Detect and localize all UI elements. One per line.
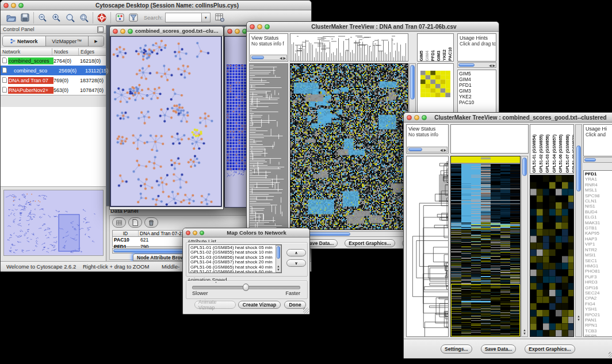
close-icon[interactable]: [250, 24, 255, 29]
tab-network[interactable]: Network: [3, 36, 46, 46]
delete-attribute-icon[interactable]: [144, 217, 158, 228]
slider-thumb[interactable]: [243, 283, 249, 291]
minimize-icon[interactable]: [235, 29, 240, 34]
close-icon[interactable]: [3, 3, 9, 8]
tv2-global-vscrollbar[interactable]: ▲▼: [521, 156, 528, 337]
tv2-right-vscrollbar[interactable]: ▲▼: [575, 124, 582, 337]
minimize-icon[interactable]: [414, 115, 419, 120]
gene-label[interactable]: MSL1: [585, 187, 611, 193]
gene-label[interactable]: SEC24: [585, 290, 611, 296]
minimize-icon[interactable]: [193, 231, 197, 235]
gene-label[interactable]: PHO81: [585, 269, 611, 274]
attribute-listbox[interactable]: GPL51-01 (GSM854) heat shock 05 minGPL51…: [189, 244, 282, 273]
scroll-arrows[interactable]: ◀ ▶: [280, 56, 286, 60]
close-icon[interactable]: [227, 29, 232, 34]
minimize-icon[interactable]: [257, 24, 262, 29]
gene-label[interactable]: RNR4: [585, 182, 611, 187]
gene-label[interactable]: TCB3: [585, 328, 611, 334]
minimize-icon[interactable]: [11, 3, 16, 8]
birdseye-view[interactable]: [3, 190, 104, 256]
tv2-zoom-heatmap[interactable]: [530, 175, 574, 337]
create-vizmap-button[interactable]: Create Vizmap: [238, 301, 281, 309]
tv1-column-dendrogram[interactable]: [290, 33, 408, 62]
tv1-usage-scrollbar[interactable]: ◀ ▶: [457, 62, 496, 68]
gene-label[interactable]: SPC98: [585, 193, 611, 198]
scroll-thumb[interactable]: [410, 65, 415, 99]
attribute-list-scrollbar[interactable]: ▲▼: [276, 245, 281, 273]
attribute-item[interactable]: GPL51-07 (GSM868) heat shock 60 min: [190, 270, 280, 273]
gene-label[interactable]: BUD4: [585, 209, 611, 214]
tv2-gene-list[interactable]: PFD1YRA1RNR4MSL1SPC98CLN1NIS1BUD4ELG1MAK…: [583, 170, 612, 337]
gene-label[interactable]: YSH1: [585, 306, 611, 312]
scroll-thumb[interactable]: [522, 158, 527, 176]
gene-label[interactable]: PEP5: [585, 334, 611, 337]
zoom-window-icon[interactable]: [18, 3, 24, 8]
tab-vizmapper[interactable]: VizMapper™: [46, 36, 89, 46]
gene-label[interactable]: GIM4: [459, 76, 495, 82]
tv2-usage-scrollbar[interactable]: [583, 157, 612, 163]
scroll-thumb[interactable]: [576, 145, 581, 191]
minimize-icon[interactable]: [120, 29, 125, 34]
gene-label[interactable]: YRA1: [585, 177, 611, 182]
gene-label[interactable]: FIG4: [585, 301, 611, 306]
tv2-row-dendrogram[interactable]: [406, 156, 449, 337]
gene-label[interactable]: GTB1: [585, 225, 611, 231]
annotation-icon[interactable]: [113, 12, 127, 24]
zoom-fit-icon[interactable]: [63, 12, 77, 24]
zoom-window-icon[interactable]: [128, 29, 133, 34]
gene-label[interactable]: SEC1: [585, 258, 611, 263]
scroll-thumb[interactable]: [308, 232, 350, 236]
tv1-row-dendrogram[interactable]: [249, 63, 288, 230]
move-up-button[interactable]: ∧: [286, 249, 306, 256]
resize-grip[interactable]: [303, 308, 309, 313]
scroll-arrows[interactable]: ▲▼: [276, 265, 281, 271]
move-down-button[interactable]: ∨: [286, 259, 306, 267]
zoom-in-icon[interactable]: [49, 12, 63, 24]
scroll-thumb[interactable]: [277, 246, 280, 259]
scroll-thumb[interactable]: [584, 158, 596, 162]
gene-label[interactable]: GIM5: [459, 71, 495, 76]
scroll-thumb[interactable]: [458, 63, 475, 67]
animate-vizmap-button[interactable]: Animate Vizmap: [194, 301, 236, 309]
gene-label[interactable]: HAP3: [585, 236, 611, 242]
tab-overflow-icon[interactable]: ▶: [89, 36, 104, 46]
gene-label[interactable]: MSI1: [585, 252, 611, 258]
treeview-button[interactable]: Export Graphics...: [345, 239, 395, 247]
gene-label[interactable]: NIS1: [585, 204, 611, 209]
new-attribute-icon[interactable]: [128, 217, 142, 228]
birdseye-canvas[interactable]: [4, 190, 103, 255]
speed-slider[interactable]: [192, 286, 300, 289]
search-dropdown-icon[interactable]: ▼: [202, 13, 211, 22]
gene-label[interactable]: GPI16: [585, 285, 611, 290]
gene-label[interactable]: CLN1: [585, 198, 611, 204]
scroll-arrows[interactable]: ▲▼: [522, 328, 527, 335]
float-panel-icon[interactable]: [97, 26, 104, 33]
network-table-row[interactable]: combined_sco 2569(6) 13112(15): [1, 66, 106, 75]
gene-label[interactable]: PFD1: [459, 82, 495, 88]
zoom-out-icon[interactable]: [36, 12, 49, 24]
attribute-browser-icon[interactable]: [213, 12, 227, 24]
gene-label[interactable]: GIM3: [459, 88, 495, 94]
close-icon[interactable]: [407, 115, 412, 120]
save-icon[interactable]: [18, 12, 32, 24]
treeview-button[interactable]: Save Data...: [481, 344, 517, 354]
gene-label[interactable]: NTR2: [585, 247, 611, 252]
zoom-selected-icon[interactable]: [77, 12, 91, 24]
gene-label[interactable]: RPN1: [585, 323, 611, 328]
main-title-bar[interactable]: Cytoscape Desktop (Session Name: collins…: [1, 1, 311, 10]
tv2-vs-scrollbar[interactable]: ◀ ▶: [407, 147, 447, 152]
treeview-button[interactable]: Settings...: [441, 344, 472, 354]
scroll-thumb[interactable]: [251, 56, 264, 59]
gene-label[interactable]: HMG1: [585, 263, 611, 269]
data-table-icon[interactable]: [112, 217, 126, 228]
close-icon[interactable]: [113, 29, 118, 34]
filter-icon[interactable]: [127, 12, 140, 24]
tv1-vs-scrollbar[interactable]: ◀ ▶: [250, 55, 287, 60]
search-input[interactable]: [165, 13, 202, 22]
gene-label[interactable]: YKE2: [459, 94, 495, 99]
gene-label[interactable]: ELG1: [585, 214, 611, 220]
help-lifering-icon[interactable]: [95, 12, 109, 24]
gene-label[interactable]: MAK31: [585, 220, 611, 225]
gene-label[interactable]: CPA2: [585, 296, 611, 301]
tv2-global-heatmap[interactable]: [450, 156, 521, 337]
